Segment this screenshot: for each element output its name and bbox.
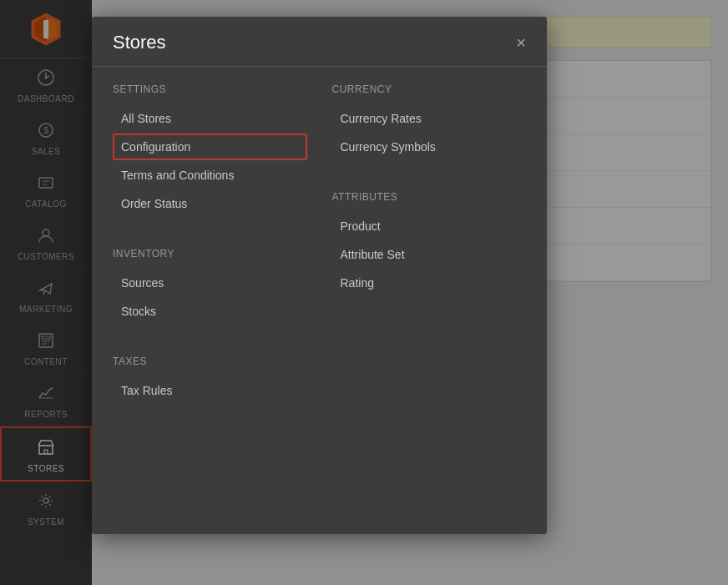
rating-link[interactable]: Rating [332, 270, 527, 296]
modal-body: Settings All Stores Configuration Terms … [92, 67, 547, 439]
attribute-set-link[interactable]: Attribute Set [332, 241, 527, 268]
stocks-link[interactable]: Stocks [113, 298, 307, 325]
taxes-section-title: Taxes [113, 356, 307, 367]
modal-title: Stores [113, 32, 166, 53]
all-stores-link[interactable]: All Stores [113, 105, 307, 132]
settings-section-title: Settings [113, 83, 307, 95]
attributes-section-title: Attributes [332, 191, 527, 203]
page-wrapper: DASHBOARD $ SALES CATAL [0, 0, 728, 585]
modal-close-button[interactable]: × [516, 34, 526, 51]
inventory-section-title: Inventory [113, 248, 307, 260]
inventory-section: Inventory Sources Stocks [113, 248, 307, 326]
configuration-link[interactable]: Configuration [113, 134, 307, 160]
attributes-section: Attributes Product Attribute Set Rating [332, 191, 527, 298]
product-link[interactable]: Product [332, 213, 527, 240]
terms-conditions-link[interactable]: Terms and Conditions [113, 162, 307, 189]
modal-header: Stores × [92, 17, 547, 67]
order-status-link[interactable]: Order Status [113, 190, 307, 217]
settings-section: Settings All Stores Configuration Terms … [113, 83, 307, 219]
sources-link[interactable]: Sources [113, 270, 307, 296]
modal-right-column: Currency Currency Rates Currency Symbols… [332, 83, 527, 422]
modal-left-column: Settings All Stores Configuration Terms … [113, 83, 307, 422]
currency-section: Currency Currency Rates Currency Symbols [332, 83, 527, 162]
modal-overlay: Stores × Settings All Stores Configurati… [0, 0, 728, 585]
currency-rates-link[interactable]: Currency Rates [332, 105, 527, 132]
tax-rules-link[interactable]: Tax Rules [113, 377, 307, 404]
taxes-section: Taxes Tax Rules [113, 356, 307, 406]
stores-modal: Stores × Settings All Stores Configurati… [92, 17, 547, 534]
currency-section-title: Currency [332, 83, 527, 95]
currency-symbols-link[interactable]: Currency Symbols [332, 134, 527, 160]
